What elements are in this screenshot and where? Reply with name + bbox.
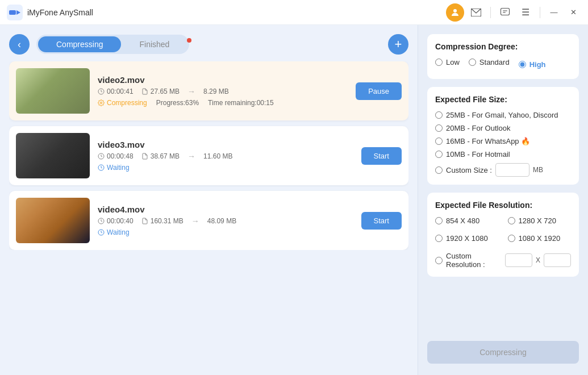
- back-button[interactable]: ‹: [9, 34, 30, 55]
- duration-item: 00:00:48: [98, 152, 134, 160]
- status-row: Waiting: [98, 164, 353, 172]
- custom-res-width-input[interactable]: [505, 253, 532, 267]
- res-1280x720: 1280 X 720: [508, 216, 572, 225]
- video-info: video4.mov 00:00:40 160.31 MB → 48.09 MB: [98, 205, 353, 236]
- tab-finished[interactable]: Finished: [121, 36, 187, 52]
- tab-container: Compressing Finished: [36, 35, 189, 54]
- status-badge: Waiting: [98, 164, 130, 172]
- arrow-icon: →: [187, 152, 195, 161]
- radio-standard-input[interactable]: [469, 59, 476, 66]
- compressing-button[interactable]: Compressing: [427, 341, 579, 364]
- size-option-custom: Custom Size : MB: [435, 163, 571, 177]
- title-bar: iMyFone AnySmall ☰ — ✕: [0, 0, 588, 25]
- minimize-button[interactable]: —: [546, 5, 562, 20]
- size-label-custom: Custom Size :: [446, 166, 492, 174]
- res-854x480: 854 X 480: [435, 216, 499, 225]
- expected-file-size-section: Expected File Size: 25MB - For Gmail, Ya…: [427, 87, 579, 185]
- section-title: Compression Degree:: [435, 42, 571, 51]
- size-item: 27.65 MB: [141, 88, 180, 95]
- time-remaining: Time remaining:00:15: [208, 99, 274, 107]
- radio-custom-res[interactable]: [435, 257, 443, 264]
- video-name: video4.mov: [98, 205, 353, 214]
- window-controls: ☰ — ✕: [446, 3, 581, 22]
- app-branding: iMyFone AnySmall: [7, 5, 93, 20]
- section-title: Expected File Resolution:: [435, 201, 571, 210]
- file-icon: [141, 218, 148, 224]
- clock-icon: [98, 88, 105, 95]
- res-label-1920x1080: 1920 X 1080: [446, 234, 488, 243]
- status-row: Waiting: [98, 228, 353, 236]
- radio-custom-size[interactable]: [435, 166, 443, 174]
- start-button[interactable]: Start: [361, 147, 402, 165]
- video-thumbnail: [16, 68, 90, 114]
- compression-degree-section: Compression Degree: Low Standard High: [427, 34, 579, 79]
- gear-icon: [98, 99, 105, 106]
- video-info: video2.mov 00:00:41 27.65 MB → 8.29 MB: [98, 75, 348, 107]
- custom-res-height-input[interactable]: [544, 253, 571, 267]
- svg-rect-1: [9, 10, 16, 15]
- close-button[interactable]: ✕: [565, 5, 581, 20]
- file-icon: [141, 88, 148, 95]
- radio-1280x720[interactable]: [508, 217, 515, 224]
- message-button[interactable]: [497, 4, 514, 21]
- res-label-1080x1920: 1080 X 1920: [519, 234, 561, 243]
- radio-low-input[interactable]: [435, 59, 443, 66]
- expected-resolution-section: Expected File Resolution: 854 X 480 1280…: [427, 193, 579, 277]
- size-label-10mb: 10MB - For Hotmail: [446, 150, 510, 159]
- resolution-grid: 854 X 480 1280 X 720 1920 X 1080 1080 X …: [435, 216, 571, 269]
- clock-icon: [98, 229, 105, 236]
- radio-16mb[interactable]: [435, 138, 443, 145]
- section-title: Expected File Size:: [435, 95, 571, 104]
- radio-20mb[interactable]: [435, 124, 443, 132]
- radio-standard: Standard: [469, 58, 510, 66]
- tab-compressing[interactable]: Compressing: [38, 36, 121, 52]
- progress-text: Progress:63%: [156, 99, 199, 107]
- main-content: ‹ Compressing Finished + video2.mov: [0, 25, 588, 375]
- size-label-20mb: 20MB - For Outlook: [446, 124, 510, 132]
- x-separator: X: [536, 256, 540, 264]
- size-item: 160.31 MB: [141, 217, 184, 225]
- menu-button[interactable]: ☰: [517, 4, 534, 21]
- divider-2: [540, 7, 540, 18]
- video-item: video2.mov 00:00:41 27.65 MB → 8.29 MB: [9, 61, 408, 120]
- custom-size-input[interactable]: [495, 163, 529, 177]
- radio-low-label: Low: [446, 58, 460, 66]
- status-row: Compressing Progress:63% Time remaining:…: [98, 99, 348, 107]
- res-1080x1920: 1080 X 1920: [508, 234, 572, 243]
- clock-icon: [98, 218, 105, 224]
- res-label-1280x720: 1280 X 720: [519, 216, 557, 225]
- radio-1920x1080[interactable]: [435, 235, 443, 242]
- radio-1080x1920[interactable]: [508, 235, 515, 242]
- size-option-16mb: 16MB - For WhatsApp 🔥: [435, 137, 571, 145]
- svg-point-3: [453, 9, 457, 13]
- top-nav: ‹ Compressing Finished +: [9, 34, 408, 55]
- notification-dot: [187, 38, 191, 43]
- compress-button-wrap: Compressing: [427, 341, 579, 366]
- res-custom: Custom Resolution : X: [435, 252, 571, 269]
- size-label-25mb: 25MB - For Gmail, Yahoo, Discord: [446, 111, 558, 119]
- video-info: video3.mov 00:00:48 38.67 MB → 11.60 MB: [98, 140, 353, 172]
- fire-icon: 🔥: [521, 137, 530, 145]
- size-label-16mb: 16MB - For WhatsApp 🔥: [446, 137, 530, 145]
- size-option-20mb: 20MB - For Outlook: [435, 124, 571, 132]
- svg-point-9: [101, 102, 102, 104]
- left-panel: ‹ Compressing Finished + video2.mov: [0, 25, 418, 375]
- radio-low: Low: [435, 58, 460, 66]
- mail-button[interactable]: [468, 4, 485, 21]
- video-meta: 00:00:40 160.31 MB → 48.09 MB: [98, 216, 353, 226]
- right-panel: Compression Degree: Low Standard High Ex…: [418, 25, 588, 375]
- custom-unit: MB: [533, 166, 543, 174]
- video-item: video3.mov 00:00:48 38.67 MB → 11.60 MB: [9, 126, 408, 185]
- radio-25mb[interactable]: [435, 111, 443, 119]
- add-button[interactable]: +: [388, 34, 408, 55]
- radio-854x480[interactable]: [435, 217, 443, 224]
- pause-button[interactable]: Pause: [356, 82, 402, 100]
- clock-icon: [98, 164, 105, 171]
- arrow-icon: →: [187, 87, 195, 96]
- radio-10mb[interactable]: [435, 151, 443, 158]
- user-avatar[interactable]: [446, 3, 464, 22]
- app-icon: [7, 5, 23, 20]
- start-button[interactable]: Start: [361, 212, 402, 230]
- radio-high-input[interactable]: [519, 61, 526, 68]
- compression-options: Low Standard High: [435, 58, 571, 71]
